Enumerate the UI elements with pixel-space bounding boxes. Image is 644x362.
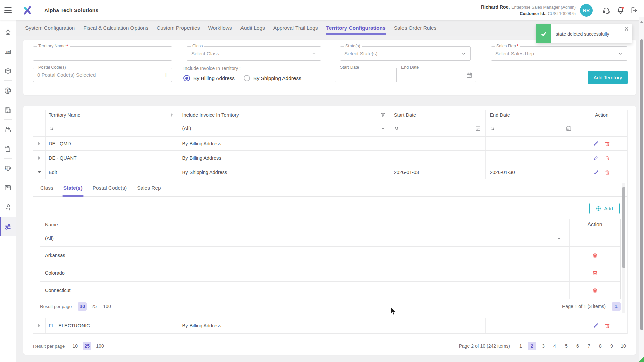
invoice-filter-dropdown[interactable]: (All) — [178, 120, 390, 136]
page-size-25[interactable]: 25 — [83, 342, 91, 350]
start-date-cell — [390, 318, 486, 333]
subtable-col-name: Name — [40, 219, 570, 230]
page-number-9[interactable]: 9 — [607, 342, 616, 350]
tab-sales-order-rules[interactable]: Sales Order Rules — [394, 20, 437, 36]
postal-codes-field[interactable]: Postal Code(s) 0 Postal Code(s) Selected… — [33, 68, 172, 82]
state-filter-dropdown[interactable]: (All) — [40, 230, 570, 246]
subtab-class[interactable]: Class — [40, 179, 53, 196]
sidebar-item-compliance[interactable]: D C — [0, 159, 16, 178]
state-row: Arkansas — [40, 247, 620, 264]
delete-trash-icon[interactable] — [592, 252, 598, 258]
subtable-col-action: Action — [570, 219, 620, 230]
sales-rep-select[interactable]: Sales Rep* Select Sales Rep... — [491, 46, 627, 61]
filter-funnel-icon[interactable] — [380, 112, 386, 118]
edit-pencil-icon[interactable] — [593, 141, 599, 147]
page-number-1[interactable]: 1 — [516, 342, 525, 350]
app-logo[interactable] — [16, 0, 38, 20]
page-number-3[interactable]: 3 — [539, 342, 548, 350]
subtab-states[interactable]: State(s) — [63, 179, 83, 196]
page-number-1[interactable]: 1 — [612, 302, 621, 311]
territory-name-field[interactable]: Territory Name* — [33, 46, 172, 61]
tab-approval-trail-logs[interactable]: Approval Trail Logs — [273, 20, 318, 36]
avatar[interactable]: RR — [580, 4, 593, 17]
hamburger-icon — [4, 6, 12, 14]
toast-close-icon[interactable] — [624, 27, 629, 31]
tab-audit-logs[interactable]: Audit Logs — [240, 20, 265, 36]
edit-pencil-icon[interactable] — [593, 323, 599, 329]
radio-by-billing-address[interactable]: By Billing Address — [183, 75, 235, 81]
sidebar-item-products[interactable] — [0, 61, 16, 81]
class-select[interactable]: Class Select Class... — [187, 46, 321, 61]
calendar-icon[interactable] — [475, 125, 481, 132]
delete-trash-icon[interactable] — [592, 270, 598, 276]
logout-icon[interactable] — [629, 6, 639, 15]
radio-by-shipping-address[interactable]: By Shipping Address — [244, 75, 301, 81]
chevron-down-icon — [556, 236, 565, 241]
territory-name-filter-input[interactable] — [46, 120, 178, 136]
col-end-date: End Date — [486, 110, 576, 120]
sidebar-item-crm[interactable]: CRM — [0, 42, 16, 61]
sidebar-item-sales[interactable] — [0, 139, 16, 159]
territory-name-cell: Edit — [46, 165, 178, 179]
subtab-sales-rep[interactable]: Sales Rep — [137, 179, 161, 196]
row-expand-icon[interactable] — [38, 156, 40, 160]
page-number-5[interactable]: 5 — [562, 342, 571, 350]
row-expand-icon[interactable] — [38, 142, 40, 145]
sidebar-item-company[interactable] — [0, 100, 16, 120]
sidebar-item-add-user[interactable] — [0, 197, 16, 217]
success-toast: state deleted successfully — [536, 24, 632, 43]
page-size-25[interactable]: 25 — [90, 302, 98, 311]
subtable-filter-row: (All) — [40, 230, 620, 247]
end-date-filter-input[interactable] — [486, 120, 576, 136]
notifications-bell-icon[interactable] — [615, 6, 625, 15]
page-number-8[interactable]: 8 — [596, 342, 605, 350]
start-date-filter-input[interactable] — [390, 120, 486, 136]
page-number-10[interactable]: 10 — [619, 342, 628, 350]
page-number-4[interactable]: 4 — [550, 342, 559, 350]
page-title: Alpha Tech Solutions — [44, 7, 98, 13]
sort-ascending-icon[interactable] — [169, 112, 174, 118]
hamburger-menu-button[interactable] — [0, 0, 16, 20]
add-state-button[interactable]: Add — [589, 203, 620, 214]
delete-trash-icon[interactable] — [592, 287, 598, 293]
tab-workflows[interactable]: Workflows — [208, 20, 232, 36]
delete-trash-icon[interactable] — [604, 141, 610, 147]
state-row: Connecticut — [40, 282, 620, 299]
subtab-postal-codes[interactable]: Postal Code(s) — [93, 179, 127, 196]
page-size-100[interactable]: 100 — [94, 342, 105, 350]
tab-system-configuration[interactable]: System Configuration — [25, 20, 75, 36]
edit-pencil-icon[interactable] — [593, 155, 599, 161]
page-number-6[interactable]: 6 — [573, 342, 582, 350]
add-territory-button[interactable]: Add Territory — [588, 71, 628, 84]
calendar-icon[interactable] — [466, 71, 473, 79]
sidebar-item-pos[interactable] — [0, 120, 16, 139]
states-select[interactable]: State(s) Select State(s)... — [340, 46, 471, 61]
sidebar-item-settings[interactable] — [0, 217, 16, 236]
panel-scrollbar-thumb[interactable] — [622, 187, 625, 268]
page-size-10[interactable]: 10 — [78, 302, 87, 311]
scrollbar-up-arrow[interactable] — [640, 21, 643, 23]
date-range-field[interactable]: Start Date End Date — [335, 68, 476, 82]
page-scrollbar-thumb[interactable] — [640, 39, 643, 330]
sidebar-item-home[interactable] — [0, 22, 16, 42]
page-number-2[interactable]: 2 — [528, 342, 536, 350]
delete-trash-icon[interactable] — [604, 169, 610, 175]
postal-codes-add-button[interactable]: + — [160, 68, 172, 82]
calendar-icon[interactable] — [565, 125, 572, 132]
tab-territory-configurations[interactable]: Territory Configurations — [326, 20, 386, 36]
col-territory-name[interactable]: Territory Name — [46, 110, 178, 120]
sidebar-item-reports[interactable] — [0, 178, 16, 197]
edit-pencil-icon[interactable] — [593, 169, 599, 175]
sales-rep-placeholder: Select Sales Rep... — [495, 51, 538, 56]
tab-custom-properties[interactable]: Custom Properties — [157, 20, 200, 36]
page-size-100[interactable]: 100 — [101, 302, 112, 311]
row-expand-icon[interactable] — [38, 324, 40, 327]
tab-fiscal-calculation-options[interactable]: Fiscal & Calculation Options — [83, 20, 148, 36]
page-size-10[interactable]: 10 — [71, 342, 79, 350]
sidebar-item-billing[interactable]: $ — [0, 81, 16, 100]
row-collapse-icon[interactable] — [38, 171, 41, 173]
support-headset-icon[interactable] — [602, 6, 611, 15]
page-number-7[interactable]: 7 — [585, 342, 593, 350]
delete-trash-icon[interactable] — [604, 155, 610, 161]
delete-trash-icon[interactable] — [604, 323, 610, 329]
